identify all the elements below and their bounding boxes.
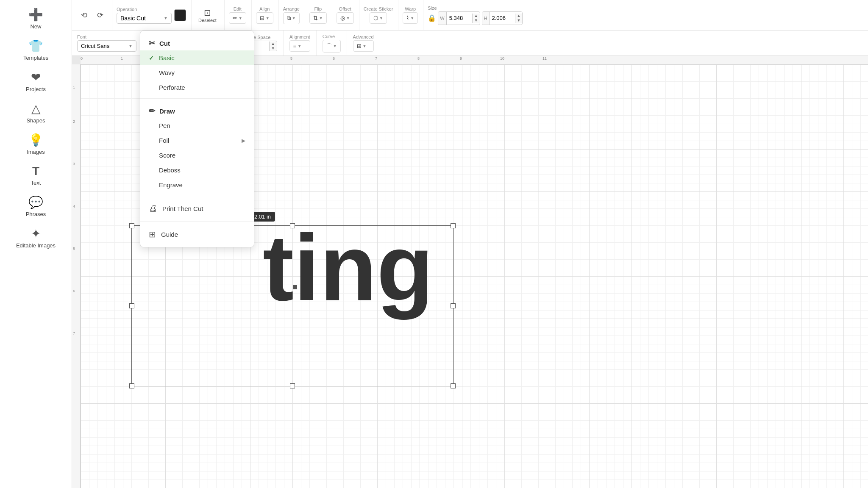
- curve-label: Curve: [323, 34, 341, 39]
- align-caret: ▼: [266, 16, 270, 20]
- sidebar-item-editable-images-label: Editable Images: [16, 242, 56, 249]
- offset-dropdown[interactable]: ◎ ▼: [337, 12, 354, 24]
- flip-icon: ⇅: [313, 15, 318, 21]
- height-down-button[interactable]: ▼: [515, 18, 523, 23]
- operation-dropdown: ✂ Cut Basic Wavy Perforate ✏ Draw Pen Fo…: [140, 30, 254, 247]
- create-sticker-dropdown[interactable]: ⬡ ▼: [370, 12, 387, 24]
- projects-icon: ❤: [31, 70, 41, 84]
- foil-submenu-arrow: ▶: [242, 138, 245, 144]
- offset-caret: ▼: [346, 16, 350, 20]
- ruler-left-2: 2: [73, 119, 75, 124]
- create-sticker-caret: ▼: [379, 16, 383, 20]
- draw-section-header: ✏ Draw: [140, 102, 254, 118]
- edit-caret: ▼: [239, 16, 242, 20]
- deselect-button[interactable]: ⊡ Deselect: [196, 6, 219, 25]
- undo-button[interactable]: ⟲: [77, 8, 91, 22]
- divider-3: [140, 221, 254, 222]
- sidebar-item-images[interactable]: 💡 Images: [6, 129, 66, 159]
- width-down-button[interactable]: ▼: [473, 18, 480, 23]
- create-sticker-icon: ⬡: [373, 15, 378, 21]
- ruler-top-7: 7: [375, 56, 377, 61]
- dropdown-item-foil[interactable]: Foil ▶: [140, 133, 254, 148]
- deselect-group: ⊡ Deselect: [196, 0, 225, 30]
- dropdown-item-print-then-cut[interactable]: 🖨 Print Then Cut: [140, 200, 254, 218]
- warp-dropdown[interactable]: ⌇ ▼: [403, 12, 418, 24]
- top-toolbar: ⟲ ⟳ Operation Basic Cut ▼ ⊡ Deselect Edi…: [72, 0, 868, 30]
- font-select[interactable]: Cricut Sans ▼: [77, 40, 136, 52]
- advanced-dropdown[interactable]: ⊞ ▼: [353, 40, 374, 52]
- warp-button[interactable]: Warp ⌇ ▼: [403, 6, 418, 24]
- offset-button[interactable]: Offset ◎ ▼: [337, 6, 354, 24]
- curve-dropdown[interactable]: ⌒ ▼: [323, 40, 341, 53]
- handle-mid-left[interactable]: [129, 303, 134, 308]
- templates-icon: 👕: [28, 39, 43, 53]
- width-up-button[interactable]: ▲: [473, 14, 480, 18]
- sidebar-item-templates-label: Templates: [23, 55, 48, 61]
- flip-button[interactable]: Flip ⇅ ▼: [309, 6, 327, 24]
- cut-section-header: ✂ Cut: [140, 34, 254, 50]
- dropdown-item-engrave[interactable]: Engrave: [140, 177, 254, 192]
- handle-bottom-right[interactable]: [451, 383, 456, 388]
- edit-button[interactable]: Edit ✏ ▼: [229, 6, 246, 24]
- dropdown-item-pen[interactable]: Pen: [140, 118, 254, 133]
- handle-top-left[interactable]: [129, 223, 134, 228]
- flip-caret: ▼: [319, 16, 323, 20]
- canvas-text[interactable]: ting: [263, 221, 434, 314]
- alignment-group: Alignment ≡ ▼: [289, 30, 317, 55]
- alignment-dropdown[interactable]: ≡ ▼: [289, 40, 310, 52]
- color-swatch[interactable]: [174, 9, 186, 21]
- sidebar-item-new-label: New: [30, 23, 41, 30]
- dropdown-item-basic[interactable]: Basic: [140, 50, 254, 65]
- sidebar-item-images-label: Images: [27, 149, 45, 155]
- arrange-dropdown[interactable]: ⧉ ▼: [283, 12, 300, 24]
- align-dropdown[interactable]: ⊟ ▼: [256, 12, 273, 24]
- ruler-left-3: 3: [73, 162, 75, 166]
- line-space-down[interactable]: ▼: [270, 46, 277, 51]
- height-up-button[interactable]: ▲: [515, 14, 523, 18]
- shapes-icon: △: [31, 102, 41, 116]
- operation-select[interactable]: Basic Cut ▼: [117, 13, 172, 24]
- dropdown-item-score[interactable]: Score: [140, 148, 254, 163]
- sidebar-item-new[interactable]: ➕ New: [6, 3, 66, 34]
- dropdown-item-deboss[interactable]: Deboss: [140, 163, 254, 177]
- width-input[interactable]: [447, 13, 472, 23]
- sidebar-item-editable-images[interactable]: ✦ Editable Images: [6, 222, 66, 253]
- deselect-label: Deselect: [198, 18, 217, 23]
- sidebar-item-templates[interactable]: 👕 Templates: [6, 35, 66, 65]
- height-input[interactable]: [490, 13, 515, 23]
- align-button[interactable]: Align ⊟ ▼: [256, 6, 273, 24]
- sidebar-item-projects[interactable]: ❤ Projects: [6, 66, 66, 97]
- operation-dropdown-arrow: ▼: [164, 16, 168, 20]
- sidebar-item-phrases[interactable]: 💬 Phrases: [6, 191, 66, 222]
- line-space-spinners: ▲ ▼: [269, 42, 277, 51]
- warp-caret: ▼: [410, 16, 414, 20]
- ruler-left-5: 5: [73, 247, 75, 251]
- font-value: Cricut Sans: [81, 43, 109, 49]
- handle-bottom-left[interactable]: [129, 383, 134, 388]
- sidebar-item-text[interactable]: T Text: [6, 160, 66, 190]
- dropdown-item-wavy[interactable]: Wavy: [140, 65, 254, 80]
- arrange-button[interactable]: Arrange ⧉ ▼: [283, 6, 300, 24]
- curve-caret: ▼: [333, 44, 337, 48]
- width-label: W: [438, 12, 446, 25]
- warp-group: Warp ⌇ ▼: [403, 0, 423, 30]
- draw-section-icon: ✏: [149, 106, 155, 116]
- dropdown-item-guide[interactable]: ⊞ Guide: [140, 225, 254, 244]
- edit-dropdown[interactable]: ✏ ▼: [229, 12, 246, 24]
- wavy-label: Wavy: [159, 69, 175, 76]
- handle-mid-right[interactable]: [451, 303, 456, 308]
- sidebar-item-shapes[interactable]: △ Shapes: [6, 97, 66, 128]
- handle-bottom-mid[interactable]: [290, 383, 295, 388]
- dropdown-item-perforate[interactable]: Perforate: [140, 80, 254, 95]
- line-space-up[interactable]: ▲: [270, 42, 277, 46]
- phrases-icon: 💬: [28, 195, 43, 209]
- handle-top-right[interactable]: [451, 223, 456, 228]
- width-input-wrapper: W ▲ ▼: [438, 11, 480, 25]
- sidebar-item-projects-label: Projects: [26, 86, 46, 92]
- flip-dropdown[interactable]: ⇅ ▼: [309, 12, 327, 24]
- align-label: Align: [259, 6, 270, 11]
- lock-icon[interactable]: 🔒: [428, 14, 436, 22]
- redo-button[interactable]: ⟳: [93, 8, 107, 22]
- height-label: H: [482, 12, 490, 25]
- create-sticker-button[interactable]: Create Sticker ⬡ ▼: [364, 6, 393, 24]
